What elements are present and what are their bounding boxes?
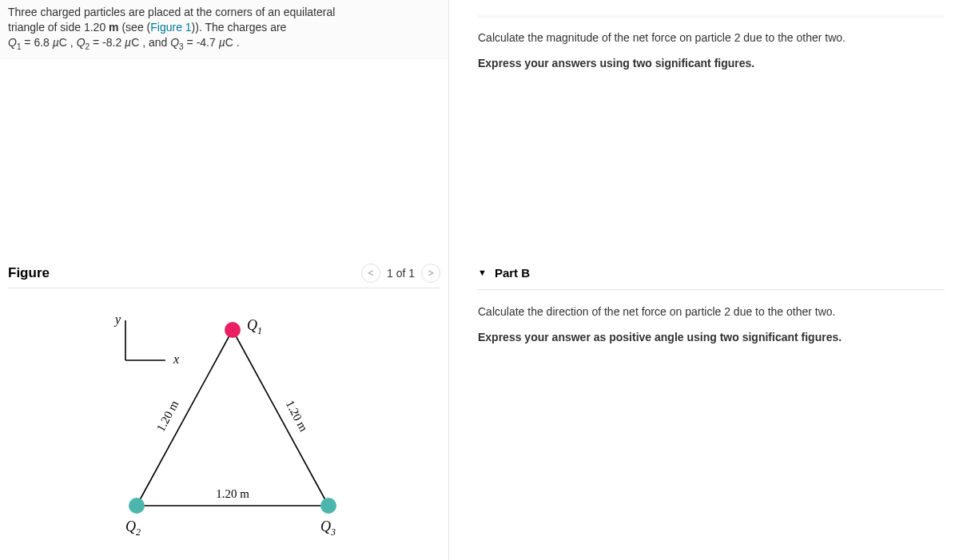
part-a-hint: Express your answers using two significa… xyxy=(478,54,945,72)
side-bottom-label: 1.20 m xyxy=(216,487,249,500)
q2-var: Q xyxy=(77,36,86,49)
q1-val: 6.8 xyxy=(34,36,52,49)
chevron-right-icon: > xyxy=(428,268,433,279)
problem-line2c: )). The charges are xyxy=(192,21,287,34)
figure-nav: < 1 of 1 > xyxy=(361,264,440,283)
q1-var: Q xyxy=(8,36,17,49)
part-a-prompt: Calculate the magnitude of the net force… xyxy=(478,29,945,46)
unit-m: m xyxy=(109,21,118,34)
svg-line-2 xyxy=(137,330,233,506)
axis-y-label: y xyxy=(113,312,121,327)
problem-line2b: (see ( xyxy=(119,21,151,34)
triangle-diagram: y x 1.20 m 1.20 m 1.20 m Q1 Q2 xyxy=(81,306,368,546)
chevron-left-icon: < xyxy=(368,268,373,279)
q2-val: -8.2 xyxy=(102,36,125,49)
part-b-prompt: Calculate the direction of the net force… xyxy=(478,303,945,320)
q2-label: Q2 xyxy=(125,518,141,538)
q1-vertex xyxy=(225,322,241,338)
part-b-title: Part B xyxy=(495,266,530,280)
q3-label: Q3 xyxy=(320,518,336,538)
figure-prev-button[interactable]: < xyxy=(361,264,380,283)
problem-line2a: triangle of side 1.20 xyxy=(8,21,109,34)
part-a-body: Calculate the magnitude of the net force… xyxy=(478,29,945,89)
figure-count: 1 of 1 xyxy=(387,267,415,280)
part-b-header[interactable]: ▼ Part B xyxy=(478,266,945,290)
side-right-label: 1.20 m xyxy=(283,399,310,435)
q3-var: Q xyxy=(170,36,179,49)
part-b-body: Calculate the direction of the net force… xyxy=(478,303,945,347)
problem-line1: Three charged particles are placed at th… xyxy=(8,6,335,18)
q3-vertex xyxy=(320,498,336,514)
part-b-hint: Express your answer as positive angle us… xyxy=(478,328,945,346)
figure-next-button[interactable]: > xyxy=(421,264,440,283)
q2-vertex xyxy=(129,498,145,514)
caret-down-icon: ▼ xyxy=(478,268,487,277)
q3-val: -4.7 xyxy=(197,36,219,49)
axis-x-label: x xyxy=(173,352,179,366)
answer-area-top xyxy=(478,14,945,18)
svg-line-3 xyxy=(233,330,328,506)
figure-title: Figure xyxy=(8,265,50,281)
side-left-label: 1.20 m xyxy=(153,398,181,434)
problem-statement: Three charged particles are placed at th… xyxy=(0,0,448,59)
q1-label: Q1 xyxy=(247,317,262,336)
figure-link[interactable]: Figure 1 xyxy=(150,21,191,34)
